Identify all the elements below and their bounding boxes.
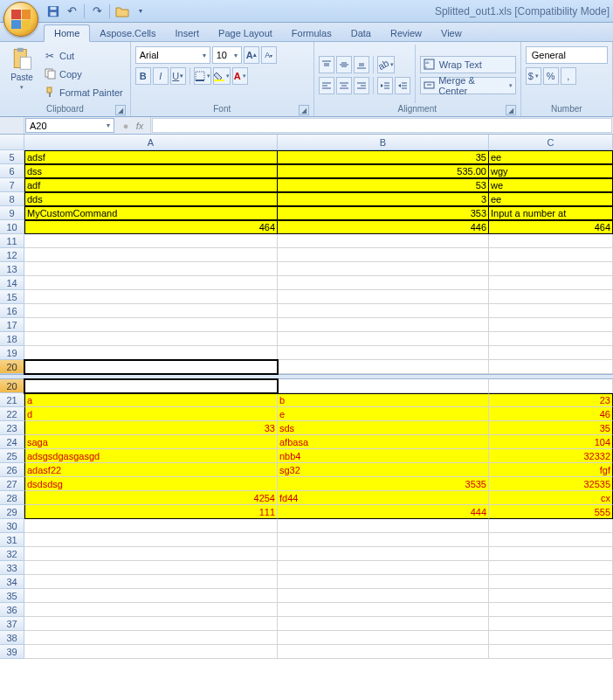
cell[interactable] [24,290,278,304]
cell[interactable] [489,360,613,374]
cell[interactable]: dss [24,164,278,178]
cell[interactable] [489,561,613,575]
cell[interactable]: cx [489,491,613,505]
row-header[interactable]: 20 [0,360,24,374]
cell[interactable]: e [278,407,489,421]
merge-center-button[interactable]: Merge & Center [420,77,516,94]
cell[interactable]: 535.00 [278,164,489,178]
select-all-corner[interactable] [0,135,24,150]
paste-button[interactable]: Paste ▾ [4,45,39,103]
cell[interactable] [278,248,489,262]
row-header[interactable]: 27 [0,477,24,491]
cell[interactable] [489,519,613,533]
cell[interactable] [489,547,613,561]
cell[interactable] [278,262,489,276]
row-header[interactable]: 14 [0,276,24,290]
cell[interactable]: 46 [489,407,613,421]
row-header[interactable]: 33 [0,561,24,575]
cell[interactable] [489,617,613,631]
cell[interactable]: 464 [24,220,278,234]
cell[interactable]: 3535 [278,477,489,491]
underline-button[interactable]: U▾ [170,67,186,85]
cell[interactable]: sg32 [278,463,489,477]
cell[interactable] [278,561,489,575]
cell[interactable]: 446 [278,220,489,234]
redo-icon[interactable]: ↷ [89,3,105,19]
cell[interactable] [24,234,278,248]
cell[interactable] [489,346,613,360]
cell[interactable] [24,547,278,561]
orientation-button[interactable]: ab [377,56,395,73]
cell[interactable]: wgy [489,164,613,178]
cell[interactable]: adasf22 [24,463,278,477]
cell[interactable] [278,617,489,631]
decrease-indent-button[interactable] [377,77,393,94]
cell[interactable]: dds [24,192,278,206]
cell[interactable] [24,304,278,318]
align-center-button[interactable] [336,77,352,94]
align-bottom-button[interactable] [354,56,369,73]
align-top-button[interactable] [319,56,334,73]
row-header[interactable]: 21 [0,393,24,407]
formula-input[interactable] [152,118,612,133]
cell[interactable] [278,234,489,248]
cell[interactable] [489,290,613,304]
cell[interactable] [24,276,278,290]
cell[interactable]: saga [24,435,278,449]
row-header[interactable]: 18 [0,332,24,346]
row-header[interactable]: 29 [0,505,24,519]
tab-data[interactable]: Data [341,25,381,41]
cell[interactable]: b [278,393,489,407]
row-header[interactable]: 22 [0,407,24,421]
row-header[interactable]: 37 [0,617,24,631]
cut-button[interactable]: ✂ Cut [41,47,126,65]
row-header[interactable]: 12 [0,248,24,262]
save-icon[interactable] [45,3,61,19]
row-header[interactable]: 7 [0,178,24,192]
row-header[interactable]: 10 [0,220,24,234]
cell[interactable] [489,262,613,276]
bold-button[interactable]: B [135,67,151,85]
wrap-text-button[interactable]: abc Wrap Text [420,56,516,73]
cell[interactable]: 33 [24,421,278,435]
row-header[interactable]: 24 [0,435,24,449]
undo-icon[interactable]: ↶ [64,3,79,19]
cell[interactable]: 3 [278,192,489,206]
row-header[interactable]: 32 [0,547,24,561]
cell[interactable]: 53 [278,178,489,192]
tab-review[interactable]: Review [381,25,431,41]
cell[interactable] [489,589,613,603]
format-painter-button[interactable]: Format Painter [41,84,126,101]
row-header[interactable]: 11 [0,234,24,248]
cell[interactable]: 555 [489,505,613,519]
cell[interactable] [278,603,489,617]
number-format-select[interactable]: General [526,46,608,64]
currency-button[interactable]: $ [526,67,541,85]
row-header[interactable]: 17 [0,318,24,332]
cell[interactable] [278,533,489,547]
row-header[interactable]: 38 [0,631,24,645]
cell[interactable]: afbasa [278,435,489,449]
row-header[interactable]: 34 [0,575,24,589]
open-folder-icon[interactable] [114,3,130,19]
cell[interactable]: 32332 [489,449,613,463]
col-header-a[interactable]: A [24,135,278,150]
cell[interactable] [489,575,613,589]
italic-button[interactable]: I [153,67,169,85]
cell[interactable]: 104 [489,435,613,449]
cell[interactable]: Input a number at [489,206,613,220]
border-button[interactable] [194,67,211,85]
row-header[interactable]: 30 [0,519,24,533]
cell[interactable] [489,379,613,393]
cell[interactable]: we [489,178,613,192]
row-header[interactable]: 16 [0,304,24,318]
row-header[interactable]: 26 [0,463,24,477]
font-name-select[interactable]: Arial▾ [135,46,210,64]
align-left-button[interactable] [319,77,334,94]
cell[interactable] [24,248,278,262]
cell[interactable] [278,379,489,393]
cell[interactable] [278,547,489,561]
cell[interactable] [278,332,489,346]
cell[interactable] [278,645,489,659]
cell[interactable] [24,262,278,276]
